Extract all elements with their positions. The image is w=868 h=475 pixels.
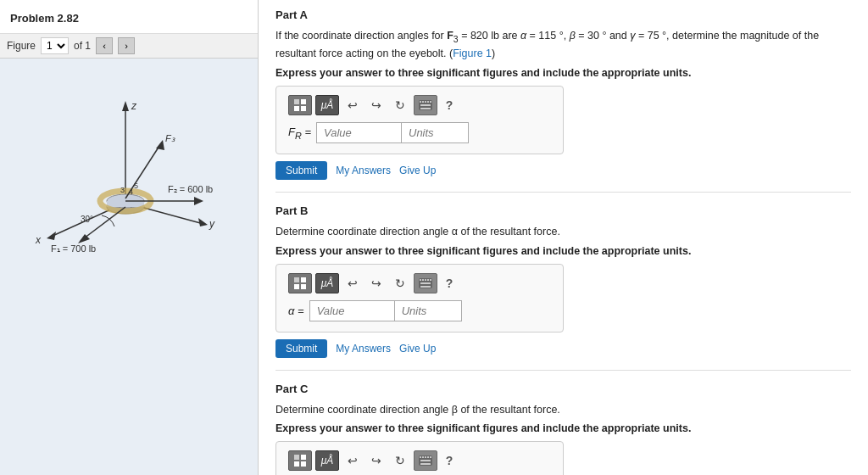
undo-button-a[interactable]: ↩ (342, 95, 363, 115)
part-a-value-input[interactable] (316, 122, 401, 143)
part-b-section: Part B Determine coordinate direction an… (275, 204, 851, 371)
figure-next-button[interactable]: › (118, 37, 135, 54)
part-b-action-row: Submit My Answers Give Up (275, 339, 851, 358)
svg-text:4: 4 (129, 187, 133, 196)
svg-text:3: 3 (120, 186, 125, 194)
keyboard-button-c[interactable] (414, 450, 437, 471)
keyboard-button-a[interactable] (414, 95, 437, 115)
svg-rect-62 (420, 463, 431, 465)
svg-text:F₃: F₃ (165, 133, 175, 143)
part-a-units-input[interactable] (401, 122, 469, 143)
redo-button-b[interactable]: ↪ (366, 273, 387, 293)
figure-label: Figure (7, 40, 36, 52)
svg-rect-51 (294, 455, 299, 460)
svg-rect-45 (422, 279, 424, 281)
svg-text:30°: 30° (81, 215, 93, 224)
part-c-answer-box: μÅ ↩ ↪ ↻ ? (275, 441, 564, 475)
svg-rect-57 (422, 456, 424, 458)
problem-title: Problem 2.82 (0, 0, 258, 34)
figure-area: Figure 1 of 1 ‹ › z y (0, 34, 258, 475)
part-a-input-row: FR = (288, 122, 551, 143)
undo-button-b[interactable]: ↩ (342, 273, 363, 293)
svg-text:F₂ = 600 lb: F₂ = 600 lb (168, 184, 213, 194)
help-button-a[interactable]: ? (441, 95, 458, 115)
figure-number-select[interactable]: 1 (41, 37, 69, 54)
part-b-submit-button[interactable]: Submit (275, 339, 327, 358)
svg-rect-33 (422, 101, 424, 103)
svg-rect-36 (430, 101, 431, 103)
redo-button-c[interactable]: ↪ (366, 450, 387, 471)
svg-text:z: z (131, 100, 137, 112)
svg-rect-52 (301, 455, 306, 460)
svg-rect-0 (0, 59, 242, 258)
svg-rect-61 (420, 460, 431, 461)
help-button-c[interactable]: ? (441, 450, 458, 471)
svg-rect-56 (420, 456, 421, 458)
redo-button-a[interactable]: ↪ (366, 95, 387, 115)
help-button-b[interactable]: ? (441, 273, 458, 293)
svg-text:5: 5 (134, 182, 138, 190)
part-a-instruction: Express your answer to three significant… (275, 67, 851, 79)
figure-svg: z y x (0, 59, 242, 258)
part-a-input-label: FR = (288, 126, 311, 141)
figure-toolbar: Figure 1 of 1 ‹ › (0, 34, 258, 59)
mu-button-a[interactable]: μÅ (315, 95, 339, 115)
keyboard-button-b[interactable] (414, 273, 437, 293)
grid-tool-button-a[interactable] (288, 95, 312, 115)
part-c-toolbar: μÅ ↩ ↪ ↻ ? (288, 450, 551, 471)
svg-text:y: y (209, 218, 215, 230)
undo-button-c[interactable]: ↩ (342, 450, 363, 471)
figure-of-text: of 1 (74, 40, 91, 52)
part-a-action-row: Submit My Answers Give Up (275, 161, 851, 180)
svg-text:F₁ = 700 lb: F₁ = 700 lb (51, 243, 96, 254)
svg-rect-60 (430, 456, 431, 458)
left-panel: Problem 2.82 Figure 1 of 1 ‹ › z (0, 0, 259, 475)
refresh-button-b[interactable]: ↻ (390, 273, 410, 293)
svg-rect-32 (420, 101, 421, 103)
part-b-instruction: Express your answer to three significant… (275, 245, 851, 257)
svg-rect-28 (301, 99, 306, 104)
right-panel: Part A If the coordinate direction angle… (259, 0, 868, 475)
grid-tool-button-c[interactable] (288, 450, 312, 471)
part-b-toolbar: μÅ ↩ ↪ ↻ ? (288, 273, 551, 293)
part-a-answer-box: μÅ ↩ ↪ ↻ ? (275, 86, 564, 154)
svg-rect-48 (430, 279, 431, 281)
refresh-button-a[interactable]: ↻ (390, 95, 410, 115)
svg-rect-53 (294, 461, 299, 467)
svg-rect-35 (427, 101, 429, 103)
grid-tool-button-b[interactable] (288, 273, 312, 293)
svg-rect-58 (425, 456, 426, 458)
svg-rect-37 (420, 104, 431, 106)
part-c-heading: Part C (275, 383, 851, 395)
part-a-heading: Part A (275, 8, 851, 21)
part-a-problem-text: If the coordinate direction angles for F… (275, 28, 851, 62)
part-b-heading: Part B (275, 204, 851, 217)
svg-rect-47 (427, 279, 429, 281)
part-a-submit-button[interactable]: Submit (275, 161, 327, 180)
svg-rect-46 (425, 279, 426, 281)
svg-rect-59 (427, 456, 429, 458)
part-b-units-input[interactable] (394, 300, 462, 321)
part-a-my-answers-button[interactable]: My Answers (336, 165, 391, 176)
part-b-give-up-button[interactable]: Give Up (399, 343, 436, 355)
svg-rect-29 (294, 106, 299, 111)
svg-rect-30 (301, 106, 306, 111)
svg-rect-54 (301, 461, 306, 467)
svg-rect-44 (420, 279, 421, 281)
problem-title-text: Problem 2.82 (10, 12, 79, 25)
mu-button-b[interactable]: μÅ (315, 273, 339, 293)
figure-prev-button[interactable]: ‹ (96, 37, 113, 54)
part-a-section: Part A If the coordinate direction angle… (275, 8, 851, 193)
svg-rect-40 (301, 277, 306, 282)
svg-rect-38 (420, 108, 431, 109)
svg-rect-50 (420, 286, 431, 288)
svg-text:x: x (35, 234, 42, 246)
part-a-give-up-button[interactable]: Give Up (399, 165, 436, 176)
svg-rect-34 (425, 101, 426, 103)
figure-link-a[interactable]: Figure 1 (453, 48, 492, 59)
part-c-instruction: Express your answer to three significant… (275, 422, 851, 434)
refresh-button-c[interactable]: ↻ (390, 450, 410, 471)
part-b-value-input[interactable] (309, 300, 394, 321)
mu-button-c[interactable]: μÅ (315, 450, 339, 471)
part-b-my-answers-button[interactable]: My Answers (336, 343, 391, 355)
